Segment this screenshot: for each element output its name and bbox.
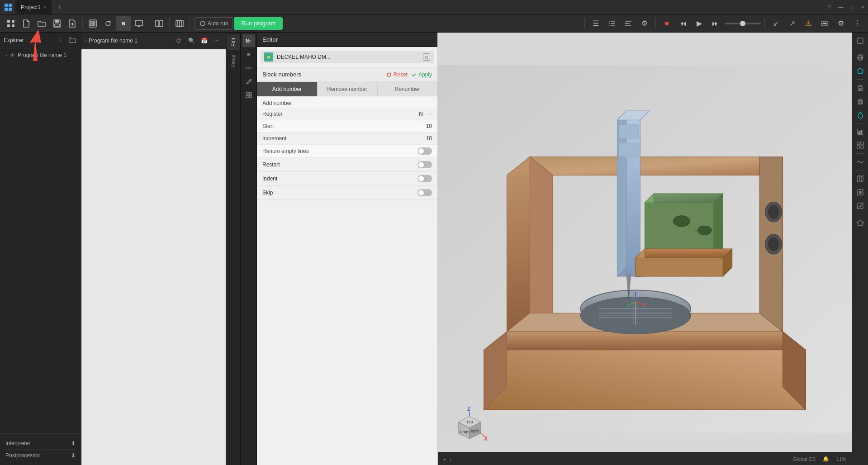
slider-thumb[interactable] — [740, 21, 745, 26]
svg-text:right: right — [471, 429, 479, 433]
select-icon[interactable] — [854, 34, 867, 47]
edit-tab[interactable]: Edit — [227, 34, 240, 50]
refresh-panel-button[interactable] — [173, 35, 184, 46]
new-tab-button[interactable]: + — [54, 2, 65, 13]
chart-icon[interactable] — [854, 125, 867, 138]
water-icon[interactable] — [854, 109, 867, 121]
3d-viewport[interactable]: Z Top Front right X + › Global CS — [438, 33, 852, 465]
machine-icon[interactable] — [817, 16, 832, 31]
add-number-section-title: Add number — [257, 96, 437, 108]
restart-toggle[interactable] — [417, 161, 432, 168]
grid-icon[interactable] — [4, 16, 18, 31]
postprocessor-item[interactable]: Postprocessor ⬇ — [4, 450, 77, 461]
svg-rect-7 — [12, 24, 14, 27]
close-window-button[interactable]: × — [861, 4, 864, 10]
tab-close-icon[interactable]: × — [43, 5, 46, 9]
arrow-up-right-icon[interactable]: ↗ — [785, 16, 799, 31]
list-view-icon[interactable]: ≡ — [242, 48, 255, 61]
save-icon[interactable] — [50, 16, 64, 31]
renum-empty-toggle[interactable] — [417, 147, 432, 155]
edit-view-icon[interactable] — [242, 75, 255, 88]
add-number-tab[interactable]: Add number — [257, 82, 317, 96]
svg-rect-117 — [857, 146, 860, 148]
start-value[interactable]: 10 — [405, 123, 432, 129]
right-toolbar-area: ☰ ⚙ ■ ⏮ ▶ ⏭ ↙ ↗ ⚠ — [583, 16, 864, 31]
more-icon[interactable]: ⋮ — [850, 16, 864, 31]
warning-icon[interactable]: ⚠ — [801, 16, 816, 31]
viewport-chevron-icon[interactable]: › — [450, 456, 451, 462]
globe-icon[interactable] — [854, 51, 867, 64]
printer-icon-2[interactable] — [854, 95, 867, 108]
play-icon[interactable]: ▶ — [692, 16, 707, 31]
skip-back-icon[interactable]: ⏮ — [676, 16, 690, 31]
new-file-icon[interactable] — [19, 16, 33, 31]
interpreter-item[interactable]: Interpreter ⬇ — [4, 437, 77, 450]
monitor-icon[interactable] — [132, 16, 146, 31]
panel-file-name: Program file name 1 — [89, 38, 171, 44]
notification-bell-icon[interactable]: 🔔 — [823, 456, 829, 462]
view-icon[interactable] — [85, 16, 100, 31]
run-program-button[interactable]: Run program — [234, 17, 283, 30]
indent-toggle[interactable] — [417, 175, 432, 182]
renumber-tab[interactable]: Renumber — [377, 82, 437, 96]
panel-content — [81, 49, 226, 465]
menu-lines-icon[interactable]: ☰ — [588, 16, 603, 31]
preferences-icon[interactable]: ⚙ — [834, 16, 848, 31]
block-icon[interactable] — [172, 16, 187, 31]
search-panel-button[interactable]: 🔍 — [186, 35, 197, 46]
svg-marker-107 — [858, 68, 863, 74]
grid-view-icon[interactable] — [854, 139, 867, 152]
stop-icon[interactable]: ■ — [659, 16, 674, 31]
numbered-list-icon[interactable] — [605, 16, 619, 31]
minimize-button[interactable]: — — [838, 4, 844, 10]
speed-slider[interactable] — [725, 23, 761, 24]
blocks-view-icon[interactable] — [242, 89, 255, 101]
map-icon-3[interactable] — [854, 199, 867, 212]
reset-button[interactable]: Reset — [386, 71, 408, 78]
align-icon[interactable] — [621, 16, 636, 31]
register-more-icon[interactable]: ⋯ — [423, 111, 432, 117]
toggle-thumb — [418, 148, 424, 154]
upload-icon[interactable] — [65, 16, 80, 31]
svg-rect-39 — [249, 95, 251, 98]
register-value[interactable]: N — [396, 111, 423, 117]
sidebar-add-button[interactable]: + — [56, 35, 66, 45]
settings-icon[interactable]: ⚙ — [637, 16, 652, 31]
apply-button[interactable]: Apply — [411, 71, 432, 78]
gem-icon[interactable] — [854, 65, 867, 77]
map-icon-2[interactable] — [854, 186, 867, 199]
setup-tab[interactable]: Setup — [227, 51, 240, 71]
map-icon-1[interactable] — [854, 172, 867, 185]
nc-numbers-icon[interactable]: N≡ — [242, 34, 255, 47]
n-icon[interactable]: N — [116, 16, 131, 31]
calendar-panel-button[interactable]: 📅 — [199, 35, 209, 46]
printer-icon-1[interactable] — [854, 81, 867, 94]
home-icon[interactable] — [854, 216, 867, 229]
compare-icon[interactable] — [152, 16, 166, 31]
svg-rect-103 — [858, 38, 863, 43]
refresh-icon[interactable] — [101, 16, 115, 31]
skip-forward-icon[interactable]: ⏭ — [708, 16, 723, 31]
more-panel-button[interactable]: ⋯ — [211, 35, 222, 46]
auto-run-toggle[interactable]: Auto run — [194, 17, 233, 30]
increment-value[interactable]: 10 — [405, 135, 432, 142]
restore-button[interactable]: □ — [851, 4, 854, 10]
sidebar-folder-button[interactable] — [67, 35, 77, 45]
add-viewport-button[interactable]: + — [443, 456, 446, 462]
open-folder-icon[interactable] — [34, 16, 49, 31]
svg-rect-38 — [246, 95, 248, 98]
skip-toggle[interactable] — [417, 189, 432, 196]
arrow-down-left-icon[interactable]: ↙ — [768, 16, 783, 31]
help-button[interactable]: ? — [828, 4, 831, 10]
expand-file-button[interactable]: □ — [423, 53, 430, 61]
orientation-cube[interactable]: Z Top Front right X — [451, 406, 483, 438]
indent-label: Indent — [262, 176, 417, 182]
svg-marker-45 — [484, 350, 806, 410]
toggle-thumb-4 — [418, 190, 424, 195]
sidebar-item-program[interactable]: › 👁 Program file name 1 — [0, 50, 81, 60]
editor-file-row[interactable]: M DECKEL MAHO DM... □ — [261, 51, 434, 63]
wave-icon[interactable] — [854, 156, 867, 168]
project-tab[interactable]: Project1 × — [15, 0, 52, 14]
code-view-icon[interactable]: </> — [242, 62, 255, 74]
remove-number-tab[interactable]: Remove number — [317, 82, 377, 96]
